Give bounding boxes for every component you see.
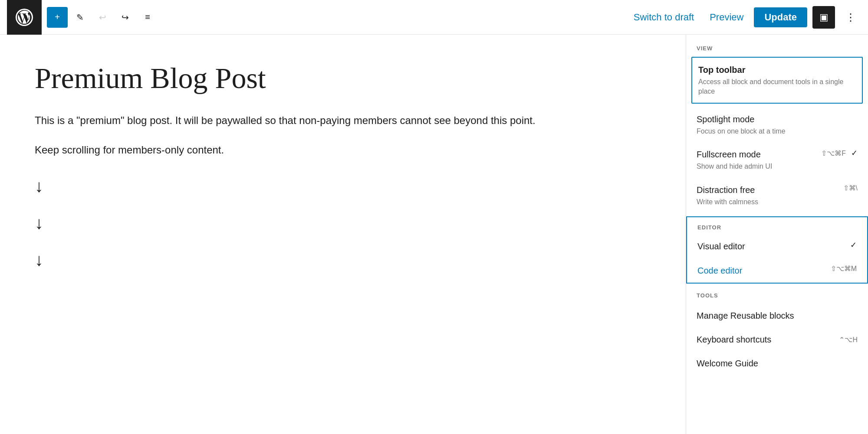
fullscreen-mode-title: Fullscreen mode xyxy=(697,148,816,160)
code-editor-shortcut: ⇧⌥⌘M xyxy=(831,264,857,273)
top-toolbar-desc: Access all block and document tools in a… xyxy=(698,77,856,97)
distraction-free-shortcut: ⇧⌘\ xyxy=(843,184,858,192)
wp-logo-icon xyxy=(16,9,33,26)
visual-editor-content: Visual editor xyxy=(697,240,845,252)
welcome-guide-item[interactable]: Welcome Guide xyxy=(686,352,868,375)
redo-icon: ↪ xyxy=(122,12,129,23)
spotlight-mode-desc: Focus on one block at a time xyxy=(697,127,858,136)
visual-editor-title: Visual editor xyxy=(697,240,845,252)
arrow-down-2: ↓ xyxy=(35,213,651,233)
distraction-free-content: Distraction free Write with calmness xyxy=(697,184,838,207)
wp-logo xyxy=(7,0,42,35)
top-toolbar-title: Top toolbar xyxy=(698,64,856,76)
code-editor-title: Code editor xyxy=(697,264,825,277)
keyboard-shortcuts-title: Keyboard shortcuts xyxy=(697,335,771,345)
distraction-free-item[interactable]: Distraction free Write with calmness ⇧⌘\ xyxy=(686,178,868,213)
post-paragraph-2: Keep scrolling for members-only content. xyxy=(35,141,651,159)
switch-to-draft-button[interactable]: Switch to draft xyxy=(628,8,699,26)
main-content: Premium Blog Post This is a "premium" bl… xyxy=(0,35,868,434)
more-options-button[interactable]: ⋮ xyxy=(840,7,861,28)
distraction-free-right: ⇧⌘\ xyxy=(843,184,858,192)
fullscreen-mode-item[interactable]: Fullscreen mode Show and hide admin UI ⇧… xyxy=(686,142,868,177)
visual-editor-item[interactable]: Visual editor ✓ xyxy=(687,234,867,258)
sidebar-icon: ▣ xyxy=(819,12,829,23)
keyboard-shortcuts-row: Keyboard shortcuts ⌃⌥H xyxy=(697,335,858,345)
visual-editor-checkmark: ✓ xyxy=(850,240,857,250)
welcome-guide-title: Welcome Guide xyxy=(697,359,858,369)
manage-reusable-item[interactable]: Manage Reusable blocks xyxy=(686,304,868,328)
toolbar-right: Switch to draft Preview Update ▣ ⋮ xyxy=(628,6,861,29)
spotlight-mode-item[interactable]: Spotlight mode Focus on one block at a t… xyxy=(686,107,868,142)
fullscreen-mode-right: ⇧⌥⌘F ✓ xyxy=(821,148,858,158)
undo-button[interactable]: ↩ xyxy=(92,7,113,28)
edit-button[interactable]: ✎ xyxy=(69,7,90,28)
add-icon: + xyxy=(55,12,60,22)
update-button[interactable]: Update xyxy=(754,7,807,27)
sidebar-toggle-button[interactable]: ▣ xyxy=(812,6,835,29)
editor-section-label: EDITOR xyxy=(687,217,867,231)
fullscreen-shortcut: ⇧⌥⌘F xyxy=(821,149,846,157)
code-editor-content: Code editor xyxy=(697,264,825,277)
top-bar: + ✎ ↩ ↪ ≡ Switch to draft Preview Update… xyxy=(0,0,868,35)
post-title: Premium Blog Post xyxy=(35,61,651,96)
editor-area: Premium Blog Post This is a "premium" bl… xyxy=(0,35,686,434)
keyboard-shortcuts-shortcut: ⌃⌥H xyxy=(839,336,858,344)
post-paragraph-1: This is a "premium" blog post. It will b… xyxy=(35,112,651,130)
preview-button[interactable]: Preview xyxy=(704,8,749,26)
top-toolbar-item[interactable]: Top toolbar Access all block and documen… xyxy=(691,57,863,104)
document-overview-button[interactable]: ≡ xyxy=(137,7,158,28)
fullscreen-checkmark: ✓ xyxy=(851,148,858,158)
distraction-free-desc: Write with calmness xyxy=(697,197,838,207)
spotlight-mode-content: Spotlight mode Focus on one block at a t… xyxy=(697,113,858,136)
arrow-down-3: ↓ xyxy=(35,250,651,270)
tools-section: TOOLS Manage Reusable blocks Keyboard sh… xyxy=(686,287,868,375)
code-editor-item[interactable]: Code editor ⇧⌥⌘M xyxy=(687,258,867,283)
visual-editor-right: ✓ xyxy=(850,240,857,250)
fullscreen-mode-desc: Show and hide admin UI xyxy=(697,162,816,171)
arrow-down-1: ↓ xyxy=(35,176,651,196)
keyboard-shortcuts-item[interactable]: Keyboard shortcuts ⌃⌥H xyxy=(686,328,868,352)
view-section-label: VIEW xyxy=(686,45,868,52)
tools-section-label: TOOLS xyxy=(686,292,868,299)
add-block-button[interactable]: + xyxy=(47,7,68,28)
toolbar-left: + ✎ ↩ ↪ ≡ xyxy=(47,7,158,28)
undo-icon: ↩ xyxy=(99,12,106,23)
ellipsis-icon: ⋮ xyxy=(845,11,856,23)
dropdown-panel: VIEW Top toolbar Access all block and do… xyxy=(686,35,868,434)
spotlight-mode-title: Spotlight mode xyxy=(697,113,858,125)
redo-button[interactable]: ↪ xyxy=(115,7,135,28)
post-body: This is a "premium" blog post. It will b… xyxy=(35,112,651,270)
distraction-free-title: Distraction free xyxy=(697,184,838,196)
list-icon: ≡ xyxy=(145,12,150,22)
code-editor-right: ⇧⌥⌘M xyxy=(831,264,857,273)
editor-section: EDITOR Visual editor ✓ Code editor ⇧⌥⌘M xyxy=(686,216,868,284)
manage-reusable-title: Manage Reusable blocks xyxy=(697,311,858,321)
fullscreen-mode-content: Fullscreen mode Show and hide admin UI xyxy=(697,148,816,171)
pencil-icon: ✎ xyxy=(76,12,84,23)
